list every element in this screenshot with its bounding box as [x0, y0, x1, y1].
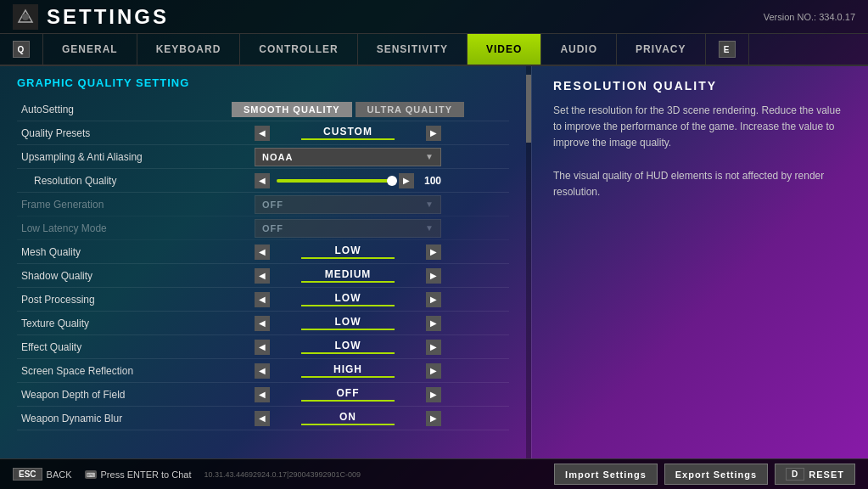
e-icon: E: [719, 41, 736, 58]
effect-quality-prev[interactable]: ◀: [255, 340, 270, 355]
weapon-blur-next[interactable]: ▶: [426, 411, 441, 426]
frame-generation-arrow-icon: ▼: [425, 200, 434, 209]
quality-presets-label: Quality Presets: [17, 127, 187, 139]
post-processing-control: ◀ LOW ▶: [187, 292, 509, 307]
weapon-dof-label: Weapon Depth of Field: [17, 389, 187, 401]
effect-quality-row: Effect Quality ◀ LOW ▶: [17, 335, 509, 359]
quality-presets-control: ◀ CUSTOM ▶: [187, 126, 509, 141]
mesh-quality-value: LOW: [270, 244, 426, 259]
shadow-quality-label: Shadow Quality: [17, 270, 187, 282]
reset-label: RESET: [809, 469, 844, 480]
post-processing-label: Post Processing: [17, 294, 187, 306]
effect-quality-control: ◀ LOW ▶: [187, 340, 509, 355]
tab-privacy[interactable]: PRIVACY: [617, 34, 705, 65]
weapon-blur-label: Weapon Dynamic Blur: [17, 413, 187, 424]
tab-general[interactable]: GENERAL: [43, 34, 137, 65]
texture-quality-value: LOW: [270, 316, 426, 330]
weapon-dof-next[interactable]: ▶: [426, 387, 441, 402]
resolution-quality-control: ◀ ▶ 100: [187, 173, 509, 188]
mesh-quality-next[interactable]: ▶: [426, 244, 441, 260]
header-icon: [13, 4, 38, 30]
resolution-quality-thumb: [387, 176, 397, 186]
tab-controller[interactable]: CONTROLLER: [240, 34, 357, 65]
page-title: SETTINGS: [47, 5, 169, 29]
tab-e[interactable]: E: [706, 34, 749, 65]
back-label: BACK: [47, 469, 72, 480]
weapon-blur-value: ON: [270, 411, 426, 425]
panel-scrollbar[interactable]: [526, 66, 531, 458]
chat-label: Press ENTER to Chat: [101, 469, 192, 480]
export-settings-button[interactable]: Export Settings: [664, 464, 768, 485]
autosetting-row: AutoSetting SMOOTH QUALITY ULTRA QUALITY: [17, 98, 509, 121]
import-settings-button[interactable]: Import Settings: [554, 464, 658, 485]
upsampling-value: NOAA: [262, 152, 293, 162]
shadow-quality-prev[interactable]: ◀: [255, 268, 270, 284]
version-text: Version NO.: 334.0.17: [764, 12, 855, 22]
ssr-prev[interactable]: ◀: [255, 363, 270, 379]
effect-quality-next[interactable]: ▶: [426, 340, 441, 355]
texture-quality-arrow-control: ◀ LOW ▶: [255, 316, 441, 331]
weapon-blur-arrow-control: ◀ ON ▶: [255, 411, 441, 426]
reset-key-badge: D: [786, 468, 804, 481]
ultra-quality-button[interactable]: ULTRA QUALITY: [356, 102, 464, 117]
frame-generation-label: Frame Generation: [17, 199, 187, 211]
chat-hint: ⌨ Press ENTER to Chat: [85, 469, 192, 480]
low-latency-arrow-icon: ▼: [425, 223, 434, 233]
post-processing-next[interactable]: ▶: [426, 292, 441, 307]
weapon-dof-prev[interactable]: ◀: [255, 387, 270, 402]
shadow-quality-next[interactable]: ▶: [426, 268, 441, 284]
effect-quality-value: LOW: [270, 340, 426, 354]
main-content: GRAPHIC QUALITY SETTING AutoSetting SMOO…: [0, 66, 868, 458]
weapon-dof-arrow-control: ◀ OFF ▶: [255, 387, 441, 402]
texture-quality-label: Texture Quality: [17, 318, 187, 329]
smooth-quality-button[interactable]: SMOOTH QUALITY: [232, 102, 352, 117]
low-latency-dropdown[interactable]: OFF ▼: [255, 219, 441, 238]
texture-quality-next[interactable]: ▶: [426, 316, 441, 331]
tab-keyboard[interactable]: KEYBOARD: [137, 34, 241, 65]
frame-generation-row: Frame Generation OFF ▼: [17, 193, 509, 216]
right-panel-title: RESOLUTION QUALITY: [553, 79, 847, 93]
q-icon: Q: [13, 41, 30, 58]
ssr-value: HIGH: [270, 363, 426, 378]
effect-quality-arrow-control: ◀ LOW ▶: [255, 340, 441, 355]
resolution-quality-fill: [277, 179, 392, 183]
reset-button[interactable]: D RESET: [775, 464, 855, 485]
low-latency-row: Low Latency Mode OFF ▼: [17, 216, 509, 240]
footer-left: ESC BACK ⌨ Press ENTER to Chat 10.31.43.…: [13, 468, 361, 481]
upsampling-dropdown[interactable]: NOAA ▼: [255, 148, 441, 166]
upsampling-label: Upsampling & Anti Aliasing: [17, 151, 187, 163]
ssr-next[interactable]: ▶: [426, 363, 441, 379]
resolution-quality-prev[interactable]: ◀: [255, 173, 270, 188]
post-processing-arrow-control: ◀ LOW ▶: [255, 292, 441, 307]
right-panel: RESOLUTION QUALITY Set the resolution fo…: [531, 66, 868, 458]
ssr-row: Screen Space Reflection ◀ HIGH ▶: [17, 359, 509, 383]
mesh-quality-prev[interactable]: ◀: [255, 244, 270, 260]
weapon-blur-control: ◀ ON ▶: [187, 411, 509, 426]
autosetting-label: AutoSetting: [17, 104, 187, 115]
weapon-dof-value: OFF: [270, 387, 426, 402]
footer-right: Import Settings Export Settings D RESET: [554, 464, 855, 485]
post-processing-prev[interactable]: ◀: [255, 292, 270, 307]
resolution-quality-slider: ◀ ▶ 100: [255, 173, 441, 188]
resolution-quality-track[interactable]: [277, 179, 392, 183]
quality-presets-next[interactable]: ▶: [426, 126, 441, 141]
back-button[interactable]: ESC BACK: [13, 468, 72, 481]
header: SETTINGS Version NO.: 334.0.17: [0, 0, 868, 34]
texture-quality-prev[interactable]: ◀: [255, 316, 270, 331]
weapon-dof-row: Weapon Depth of Field ◀ OFF ▶: [17, 383, 509, 407]
weapon-blur-prev[interactable]: ◀: [255, 411, 270, 426]
tab-video[interactable]: VIDEO: [468, 34, 541, 65]
quality-presets-prev[interactable]: ◀: [255, 126, 270, 141]
resolution-quality-next[interactable]: ▶: [399, 173, 414, 188]
mesh-quality-label: Mesh Quality: [17, 246, 187, 258]
ssr-arrow-control: ◀ HIGH ▶: [255, 363, 441, 379]
tab-sensitivity[interactable]: SENSITIVITY: [358, 34, 468, 65]
svg-text:⌨: ⌨: [87, 472, 95, 478]
tab-audio[interactable]: AUDIO: [541, 34, 617, 65]
upsampling-control: NOAA ▼: [187, 148, 509, 166]
footer-info: 10.31.43.44692924.0.17|290043992901C-009: [204, 470, 361, 479]
ssr-control: ◀ HIGH ▶: [187, 363, 509, 379]
tab-q[interactable]: Q: [0, 34, 43, 65]
frame-generation-dropdown[interactable]: OFF ▼: [255, 195, 441, 214]
quality-presets-row: Quality Presets ◀ CUSTOM ▶: [17, 121, 509, 145]
